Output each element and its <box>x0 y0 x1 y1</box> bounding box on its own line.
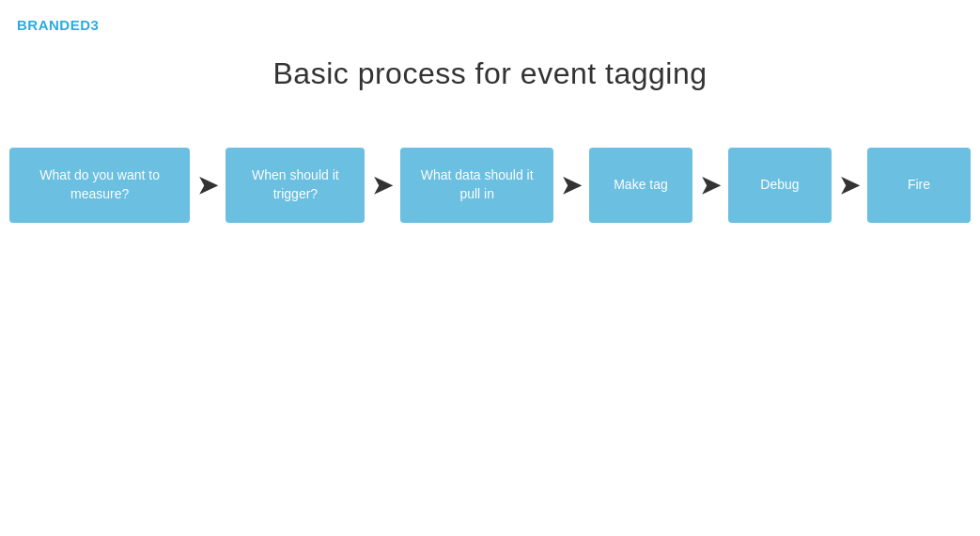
step-1-label: What do you want to measure? <box>19 166 180 203</box>
brand-logo: BRANDED3 <box>17 17 99 33</box>
step-6-box: Fire <box>867 148 971 223</box>
logo-text-main: BRANDED <box>17 17 91 33</box>
step-2-box: When should it trigger? <box>226 148 365 223</box>
step-6-label: Fire <box>908 176 930 195</box>
step-5-box: Debug <box>728 148 832 223</box>
step-3-label: What data should it pull in <box>410 166 544 203</box>
process-flow: What do you want to measure? ➤ When shou… <box>0 148 980 223</box>
step-2-label: When should it trigger? <box>235 166 355 203</box>
logo-text-accent: 3 <box>91 17 100 33</box>
arrow-3: ➤ <box>561 171 582 200</box>
arrow-1: ➤ <box>197 171 218 200</box>
step-5-label: Debug <box>760 176 799 195</box>
step-4-box: Make tag <box>589 148 692 223</box>
page-title: Basic process for event tagging <box>0 56 980 91</box>
step-4-label: Make tag <box>614 176 668 195</box>
arrow-2: ➤ <box>372 171 393 200</box>
step-3-box: What data should it pull in <box>400 148 553 223</box>
arrow-4: ➤ <box>700 171 721 200</box>
arrow-5: ➤ <box>839 171 860 200</box>
step-1-box: What do you want to measure? <box>9 148 190 223</box>
